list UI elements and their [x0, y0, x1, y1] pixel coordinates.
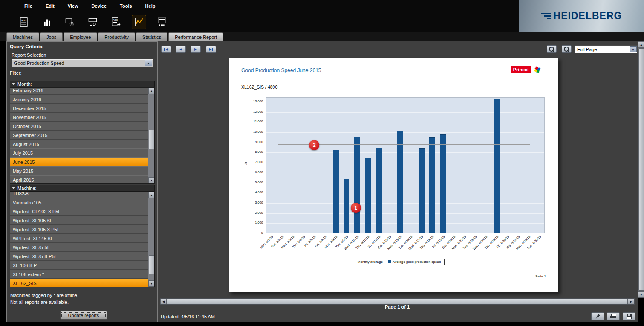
y-tick-label: 0 — [240, 231, 263, 235]
chevron-down-icon[interactable]: ▼ — [145, 60, 152, 66]
scroll-down-icon[interactable]: ▼ — [638, 291, 644, 298]
annotation-callout-1: 1 — [351, 203, 361, 213]
scroll-up-icon[interactable]: ▲ — [148, 88, 155, 94]
month-list-scrollbar[interactable]: ▲ ▼ — [148, 88, 154, 183]
list-item[interactable]: Varimatrix105 — [10, 198, 149, 207]
tab-performance-report[interactable]: Performance Report — [168, 32, 223, 41]
report-viewer: ◀ ◀ ▶ ▶ − + Full Page ▼ Good Production … — [158, 41, 638, 322]
printer-icon — [610, 314, 616, 319]
heidelberg-logo-text: HEIDELBERG — [554, 10, 622, 22]
menu-view[interactable]: View — [61, 0, 85, 12]
menu-device[interactable]: Device — [85, 0, 113, 12]
list-item[interactable]: November 2015 — [10, 113, 149, 122]
list-item[interactable]: July 2015 — [10, 148, 149, 157]
pin-report-button[interactable] — [591, 312, 604, 320]
scroll-down-icon[interactable]: ▼ — [148, 177, 155, 183]
zoom-in-icon: + — [564, 47, 569, 52]
chart-bar — [494, 99, 500, 233]
horizontal-scrollbar[interactable]: ◀ ▶ — [160, 298, 635, 305]
list-item[interactable]: WpiTest_XL75-8-P5L — [10, 252, 149, 261]
scroll-up-icon[interactable]: ▲ — [148, 192, 155, 198]
tab-jobs[interactable]: Jobs — [40, 32, 63, 41]
report-subtitle: XL162_SIS / 4890 — [241, 84, 277, 90]
offline-note: Machines tagged by * are offline. — [10, 293, 78, 298]
menu-help[interactable]: Help — [139, 0, 162, 12]
tab-statistics[interactable]: Statistics — [136, 32, 167, 41]
list-item[interactable]: XL-106-8-P — [10, 261, 149, 270]
list-item[interactable]: February 2016 — [10, 87, 149, 95]
menu-file[interactable]: File — [18, 0, 39, 12]
heidelberg-logo-mark-icon — [541, 13, 551, 19]
gridline — [266, 173, 544, 173]
last-page-button[interactable]: ▶ — [206, 46, 216, 53]
list-item[interactable]: January 2016 — [10, 95, 149, 104]
report-title: Good Production Speed June 2015 — [241, 67, 321, 73]
update-reports-button[interactable]: Update reports — [60, 311, 107, 320]
report-abc-icon[interactable]: ABC — [17, 15, 31, 29]
chart-bar — [333, 150, 339, 233]
status-updated: Updated: 4/5/16 11:45 AM — [161, 314, 215, 319]
list-item[interactable]: TH82-8 — [10, 192, 149, 198]
chevron-down-icon[interactable]: ▼ — [630, 46, 637, 52]
report-selection-dropdown[interactable]: Good Production Speed ▼ — [12, 59, 153, 67]
chart-bar — [419, 148, 425, 233]
list-item[interactable]: XL162_SIS — [10, 279, 149, 287]
list-item[interactable]: WpiTest_CD102-8-P5L — [10, 207, 149, 216]
list-item[interactable]: August 2015 — [10, 140, 149, 148]
scroll-left-icon[interactable]: ◀ — [160, 299, 167, 304]
zoom-in-button[interactable]: + — [562, 45, 572, 53]
scroll-down-icon[interactable]: ▼ — [148, 280, 155, 287]
first-page-button[interactable]: ◀ — [161, 46, 171, 53]
zoom-out-button[interactable]: − — [547, 45, 557, 53]
list-item[interactable]: April 2015 — [10, 175, 149, 184]
scroll-up-icon[interactable]: ▲ — [638, 41, 644, 48]
scrollbar-thumb[interactable] — [149, 255, 154, 274]
scrollbar-thumb[interactable] — [638, 48, 644, 291]
vertical-scrollbar[interactable]: ▲ ▼ — [638, 41, 644, 298]
save-icon — [627, 314, 632, 319]
machine-section-header[interactable]: Machine: — [10, 185, 155, 192]
tab-employee[interactable]: Employee — [64, 32, 97, 41]
list-item[interactable]: WPITest_XL145-6L — [10, 234, 149, 243]
device-report-icon[interactable] — [86, 15, 100, 29]
gridline — [266, 223, 544, 224]
tab-productivity[interactable]: Productivity — [98, 32, 135, 41]
pin-icon — [594, 313, 601, 320]
performance-chart-icon[interactable] — [132, 15, 146, 29]
legend-item-good-production-speed: Average good production speed — [388, 260, 441, 264]
save-button[interactable] — [623, 312, 635, 320]
y-tick-label: 6.000 — [240, 170, 263, 174]
list-item[interactable]: WpiTest_XL105-6L — [10, 216, 149, 225]
list-item[interactable]: WpiTest_XL75-5L — [10, 243, 149, 252]
gridline — [266, 102, 544, 102]
list-item[interactable]: December 2015 — [10, 104, 149, 113]
toolbar: ABCABC — [0, 12, 519, 32]
bar-chart-icon[interactable] — [40, 15, 54, 29]
query-criteria-panel: Query Criteria Report Selection Good Pro… — [6, 41, 158, 322]
month-section-header[interactable]: Month: — [10, 81, 155, 87]
scroll-right-icon[interactable]: ▶ — [628, 299, 634, 304]
print-button[interactable] — [607, 312, 620, 320]
list-item[interactable]: October 2015 — [10, 122, 149, 131]
report-add-icon[interactable]: ABC — [109, 15, 123, 29]
scrollbar-thumb[interactable] — [167, 299, 628, 304]
list-item[interactable]: May 2015 — [10, 166, 149, 175]
scrollbar-thumb[interactable] — [149, 130, 154, 149]
next-page-button[interactable]: ▶ — [191, 46, 201, 53]
list-item[interactable]: XL106-extern * — [10, 270, 149, 279]
list-item[interactable]: June 2015 — [10, 157, 149, 166]
menu-edit[interactable]: Edit — [39, 0, 61, 12]
gridline — [266, 213, 544, 214]
line-swatch-icon — [347, 262, 356, 262]
tab-machines[interactable]: Machines — [6, 32, 39, 41]
menu-tools[interactable]: Tools — [113, 0, 139, 12]
data-log-icon[interactable] — [155, 15, 169, 29]
list-item[interactable]: September 2015 — [10, 131, 149, 140]
zoom-level-dropdown[interactable]: Full Page ▼ — [575, 45, 638, 53]
report-selection-label: Report Selection — [12, 52, 46, 58]
previous-page-button[interactable]: ◀ — [176, 46, 186, 53]
list-item[interactable]: WpiTest_XL105-8-P5L — [10, 225, 149, 234]
machine-settings-icon[interactable] — [63, 15, 77, 29]
gridline — [266, 143, 544, 143]
machine-list-scrollbar[interactable]: ▲ ▼ — [148, 192, 154, 287]
